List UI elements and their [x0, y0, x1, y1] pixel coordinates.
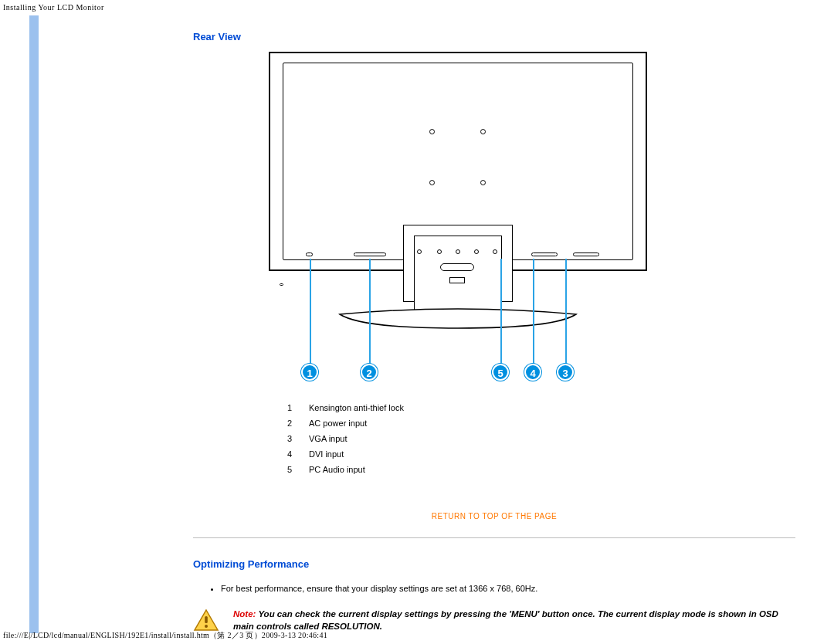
monitor-base [338, 308, 578, 324]
callout-badge: 1 [301, 364, 318, 381]
note-prefix: Note: [233, 609, 256, 619]
table-row: 4DVI input [287, 447, 412, 461]
table-row: 2AC power input [287, 416, 412, 430]
note-body: You can check the current display settin… [233, 609, 778, 631]
heading-optimizing: Optimizing Performance [193, 558, 795, 570]
bullet-list: For best performance, ensure that your d… [221, 584, 795, 593]
callout-line [369, 259, 371, 365]
svg-rect-1 [205, 616, 208, 623]
callout-badge: 2 [361, 364, 378, 381]
return-to-top-link[interactable]: RETURN TO TOP OF THE PAGE [193, 512, 795, 520]
svg-point-2 [205, 625, 208, 628]
callout-line [533, 259, 534, 365]
page-header: Installing Your LCD Monitor [3, 3, 104, 12]
vesa-hole-icon [480, 180, 486, 185]
table-row: 1Kensington anti-thief lock [287, 401, 412, 415]
indicator-icon [280, 283, 283, 286]
vesa-hole-icon [429, 180, 435, 185]
footer-path: file:///E|/LCD/lcd/manual/ENGLISH/192E1/… [3, 630, 327, 641]
ac-inlet-icon [354, 253, 386, 256]
main-content: Rear View [193, 31, 795, 633]
heading-rear-view: Rear View [193, 31, 795, 42]
callout-badge: 3 [557, 364, 574, 381]
vesa-hole-icon [480, 129, 486, 134]
sidebar-stripe [29, 15, 39, 633]
kensington-slot-icon [306, 253, 313, 256]
callout-line [310, 259, 311, 365]
table-row: 3VGA input [287, 432, 412, 446]
vesa-hole-icon [429, 129, 435, 134]
port-slot-icon [531, 253, 558, 256]
table-row: 5PC Audio input [287, 463, 412, 476]
port-row [414, 249, 502, 265]
rear-view-diagram: 1 2 5 4 3 [261, 52, 663, 388]
callout-badge: 4 [524, 364, 541, 381]
port-slot-icon [573, 253, 599, 256]
callout-line [565, 259, 567, 365]
list-item: For best performance, ensure that your d… [221, 584, 795, 593]
callout-badge: 5 [492, 364, 509, 381]
divider [193, 537, 795, 538]
monitor-stand-inner [414, 236, 502, 311]
legend-table: 1Kensington anti-thief lock 2AC power in… [286, 399, 413, 478]
note-text: Note: You can check the current display … [233, 608, 795, 632]
callout-line [500, 259, 502, 365]
